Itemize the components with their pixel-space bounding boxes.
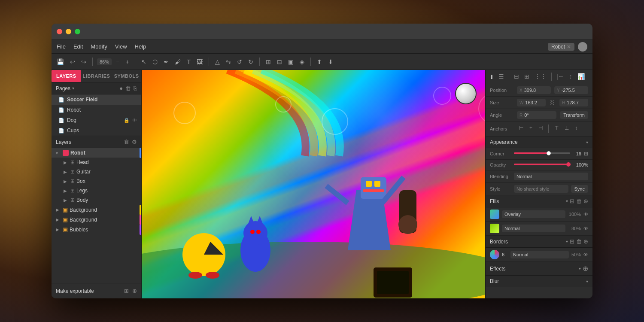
anchor-bottom-btn[interactable]: ↕ bbox=[573, 124, 580, 134]
size-w-field[interactable]: W 163.2 bbox=[517, 99, 546, 106]
eye-icon[interactable]: 👁 bbox=[132, 118, 137, 123]
position-x-field[interactable]: X 309.8 bbox=[517, 86, 551, 94]
layer-background[interactable]: ▶ ▣ Background bbox=[52, 205, 141, 215]
layer-lights[interactable]: ▶ ▣ Background bbox=[52, 215, 141, 225]
fills-settings-btn[interactable]: ⊞ bbox=[570, 198, 574, 204]
menu-modify[interactable]: Modify bbox=[91, 43, 107, 50]
appearance-header[interactable]: Appearance ▾ bbox=[486, 137, 592, 148]
robot-badge[interactable]: Robot ✕ bbox=[548, 43, 574, 51]
corner-slider[interactable] bbox=[514, 152, 570, 155]
fill-eye-1[interactable]: 👁 bbox=[583, 212, 588, 217]
layer-bubbles[interactable]: ▶ ▣ Bubbles bbox=[52, 225, 141, 234]
borders-delete-btn[interactable]: 🗑 bbox=[576, 238, 582, 245]
shape-tool[interactable]: ⬡ bbox=[151, 58, 159, 66]
menu-edit[interactable]: Edit bbox=[73, 43, 83, 50]
page-item-soccer-field[interactable]: 📄 Soccer Field bbox=[52, 94, 141, 105]
border-color-preview[interactable] bbox=[490, 250, 499, 259]
rp-distribute-h-icon[interactable]: ⊟ bbox=[512, 72, 521, 82]
rp-distribute-v-icon[interactable]: ⊞ bbox=[522, 72, 532, 82]
canvas-area[interactable] bbox=[142, 70, 485, 298]
triangle-tool[interactable]: △ bbox=[213, 58, 222, 66]
anchor-left-btn[interactable]: ⊢ bbox=[517, 124, 526, 134]
rp-anchor-left-icon[interactable]: |← bbox=[554, 72, 566, 82]
select-tool[interactable]: ↖ bbox=[140, 58, 148, 66]
layer-head[interactable]: ▶ ⊞ Head bbox=[52, 158, 141, 167]
distribute-tool[interactable]: ⊟ bbox=[275, 58, 284, 66]
effects-add-btn[interactable]: ⊕ bbox=[583, 264, 588, 273]
rp-align-left-icon[interactable]: ⫿ bbox=[488, 72, 495, 82]
pages-delete-btn[interactable]: 🗑 bbox=[125, 85, 131, 91]
layer-guitar[interactable]: ▶ ⊞ Guitar bbox=[52, 167, 141, 176]
export-add-btn[interactable]: ⊕ bbox=[132, 288, 137, 294]
opacity-slider[interactable] bbox=[514, 164, 571, 166]
borders-add-btn[interactable]: ⊕ bbox=[583, 238, 588, 245]
layer-legs[interactable]: ▶ ⊞ Legs bbox=[52, 186, 141, 195]
export-icon-btn[interactable]: ⊞ bbox=[124, 288, 129, 294]
border-eye-1[interactable]: 👁 bbox=[583, 252, 588, 257]
anchor-right-btn[interactable]: ⊣ bbox=[536, 124, 545, 134]
fill-blend-1[interactable]: Overlay bbox=[502, 210, 565, 218]
menu-view[interactable]: View bbox=[115, 43, 127, 50]
style-sync-btn[interactable]: Sync bbox=[571, 185, 588, 193]
anchor-top-btn[interactable]: ⊤ bbox=[552, 124, 561, 134]
tab-libraries[interactable]: LIBRARIES bbox=[81, 70, 112, 82]
image-tool[interactable]: 🖼 bbox=[195, 58, 204, 66]
blur-header[interactable]: Blur ▾ bbox=[486, 276, 592, 287]
align-tool[interactable]: ⊞ bbox=[264, 58, 273, 66]
anchor-center-btn[interactable]: + bbox=[527, 124, 535, 134]
layer-body[interactable]: ▶ ⊞ Body bbox=[52, 195, 141, 205]
fill-eye-2[interactable]: 👁 bbox=[583, 226, 588, 231]
layer-box[interactable]: ▶ ⊞ Box bbox=[52, 176, 141, 186]
blending-select[interactable]: Normal bbox=[514, 173, 588, 180]
tab-layers[interactable]: LAYERS bbox=[52, 70, 81, 82]
fill-blend-2[interactable]: Normal bbox=[502, 225, 565, 232]
corner-options-btn[interactable]: ⊞ bbox=[584, 151, 588, 157]
rotate-cw-btn[interactable]: ↻ bbox=[246, 58, 255, 66]
redo-btn[interactable]: ↪ bbox=[79, 58, 88, 66]
border-blend-1[interactable]: Normal bbox=[510, 251, 569, 258]
rp-anchor-center-icon[interactable]: ↕ bbox=[567, 72, 574, 82]
component-tool[interactable]: ◈ bbox=[298, 58, 306, 66]
opacity-thumb[interactable] bbox=[566, 162, 571, 167]
avatar[interactable] bbox=[578, 42, 587, 52]
maximize-button[interactable] bbox=[75, 29, 80, 34]
close-button[interactable] bbox=[57, 29, 62, 34]
size-link-icon[interactable]: ⛓ bbox=[550, 100, 555, 106]
fill-color-preview-2[interactable] bbox=[490, 224, 499, 233]
minimize-button[interactable] bbox=[66, 29, 71, 34]
anchor-middle-btn[interactable]: ⊥ bbox=[562, 124, 571, 134]
transform-btn[interactable]: Transform bbox=[560, 111, 588, 119]
zoom-in-btn[interactable]: + bbox=[124, 58, 131, 66]
menu-help[interactable]: Help bbox=[135, 43, 146, 50]
pages-dot-btn[interactable]: ● bbox=[119, 85, 123, 91]
fills-add-btn[interactable]: ⊕ bbox=[583, 198, 588, 204]
rp-grid-icon[interactable]: ⋮⋮ bbox=[532, 72, 549, 82]
layers-options-btn[interactable]: ⚙ bbox=[132, 139, 137, 145]
layers-delete-btn[interactable]: 🗑 bbox=[124, 139, 129, 145]
rp-align-center-icon[interactable]: ☰ bbox=[496, 72, 506, 82]
angle-field[interactable]: R 0° bbox=[517, 111, 556, 119]
fills-delete-btn[interactable]: 🗑 bbox=[576, 198, 582, 204]
page-item-cups[interactable]: 📄 Cups bbox=[52, 125, 141, 136]
export-tool[interactable]: ⬆ bbox=[315, 58, 324, 66]
flip-h-btn[interactable]: ⇆ bbox=[224, 58, 233, 66]
fill-color-preview-1[interactable] bbox=[490, 210, 499, 219]
tab-symbols[interactable]: SYMBOLS bbox=[112, 70, 141, 82]
save-btn[interactable]: 💾 bbox=[55, 58, 66, 66]
undo-btn[interactable]: ↩ bbox=[68, 58, 77, 66]
pen-tool[interactable]: ✒ bbox=[162, 58, 170, 66]
position-y-field[interactable]: Y -275.5 bbox=[554, 86, 588, 94]
pages-add-btn[interactable]: ⎘ bbox=[134, 85, 137, 91]
size-h-field[interactable]: H 128.7 bbox=[559, 99, 588, 106]
layer-robot[interactable]: ▾ Robot bbox=[52, 148, 141, 158]
fill-tool[interactable]: 🖌 bbox=[173, 58, 182, 66]
zoom-out-btn[interactable]: − bbox=[114, 58, 121, 66]
group-tool[interactable]: ▣ bbox=[286, 58, 295, 66]
page-item-robot[interactable]: 📄 Robot bbox=[52, 105, 141, 115]
corner-thumb[interactable] bbox=[547, 151, 551, 155]
menu-file[interactable]: File bbox=[57, 43, 66, 50]
rotate-ccw-btn[interactable]: ↺ bbox=[235, 58, 244, 66]
pages-dropdown-icon[interactable]: ▾ bbox=[72, 86, 74, 91]
text-tool[interactable]: T bbox=[185, 58, 192, 66]
style-select[interactable]: No shared style bbox=[514, 185, 568, 193]
